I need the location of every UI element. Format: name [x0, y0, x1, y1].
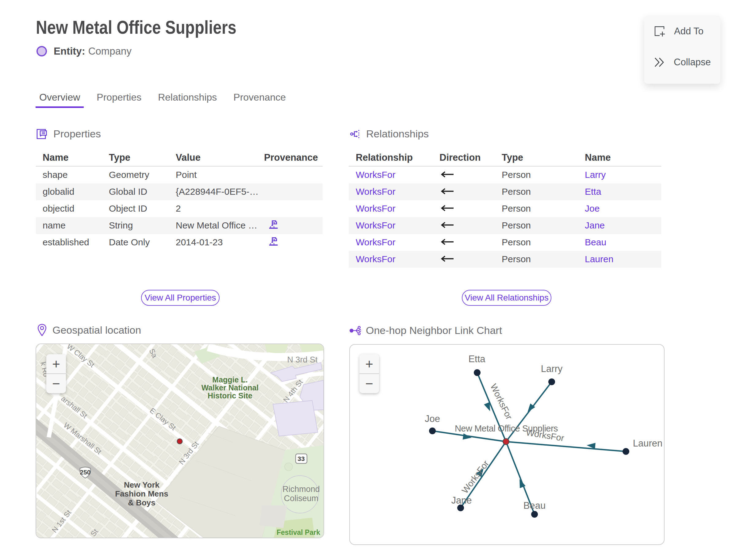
- svg-text:Festival Park: Festival Park: [277, 528, 320, 536]
- svg-text:N 3rd St: N 3rd St: [287, 355, 318, 364]
- svg-text:Larry: Larry: [541, 363, 563, 374]
- svg-text:250: 250: [80, 469, 90, 476]
- svg-text:WorksFor: WorksFor: [460, 458, 491, 495]
- svg-text:Lauren: Lauren: [633, 438, 663, 449]
- svg-text:New York: New York: [124, 480, 160, 489]
- svg-text:Historic Site: Historic Site: [208, 391, 252, 400]
- svg-text:Walker National: Walker National: [201, 383, 259, 392]
- svg-text:Maggie L.: Maggie L.: [212, 375, 247, 384]
- svg-text:Etta: Etta: [468, 354, 485, 364]
- svg-text:Fashion Mens: Fashion Mens: [115, 489, 168, 498]
- svg-text:Beau: Beau: [523, 500, 546, 511]
- svg-text:Jane: Jane: [451, 495, 472, 506]
- svg-text:& Boys: & Boys: [128, 498, 155, 507]
- svg-text:Richmond: Richmond: [282, 485, 320, 494]
- svg-text:Coliseum: Coliseum: [284, 494, 319, 503]
- svg-text:WorksFor: WorksFor: [489, 382, 514, 421]
- svg-text:Joe: Joe: [425, 413, 440, 424]
- svg-text:33: 33: [297, 455, 305, 462]
